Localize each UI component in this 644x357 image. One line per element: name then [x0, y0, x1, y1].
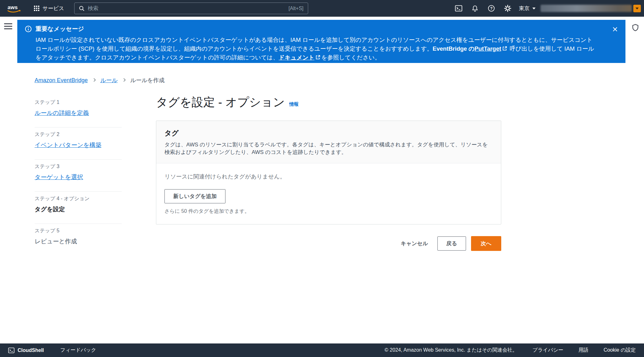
feedback-link[interactable]: フィードバック	[60, 347, 96, 354]
cloudshell-button[interactable]	[450, 0, 467, 17]
step-item-2: ステップ 2 イベントパターンを構築	[35, 128, 122, 160]
search-shortcut-hint: [Alt+S]	[288, 6, 303, 11]
breadcrumb-link-eventbridge[interactable]: Amazon EventBridge	[35, 77, 88, 84]
gear-icon	[504, 5, 511, 12]
account-name-redacted	[541, 5, 632, 12]
notifications-button[interactable]	[467, 0, 483, 17]
svg-text:?: ?	[490, 6, 492, 11]
banner-close-button[interactable]	[611, 25, 619, 33]
search-input[interactable]	[88, 5, 285, 12]
cookie-settings-link[interactable]: Cookie の設定	[603, 347, 636, 354]
global-search[interactable]: [Alt+S]	[74, 3, 308, 14]
next-button[interactable]: 次へ	[471, 236, 501, 251]
account-caret-box	[633, 5, 641, 12]
main-content: タグを設定 - オプション 情報 タグ タグは、AWS のリソースに割り当てるラ…	[156, 94, 501, 251]
add-new-tag-button[interactable]: 新しいタグを追加	[164, 189, 225, 203]
wizard-steps-nav: ステップ 1 ルールの詳細を定義 ステップ 2 イベントパターンを構築 ステップ…	[35, 95, 122, 256]
help-button[interactable]: ?	[483, 0, 499, 17]
documentation-link[interactable]: ドキュメント	[279, 54, 314, 61]
external-link-icon[interactable]	[502, 45, 507, 54]
empty-tags-message: リソースに関連付けられたタグがありません。	[164, 173, 493, 180]
tags-panel-description: タグは、AWS のリソースに割り当てるラベルです。各タグは、キーとオプションの値…	[164, 141, 493, 156]
close-icon	[612, 26, 618, 32]
breadcrumb: Amazon EventBridge ルール ルールを作成	[35, 76, 164, 84]
important-message-banner: 重要なメッセージ IAM ロールが設定されていない既存のクロスアカウントイベント…	[17, 20, 625, 63]
banner-message-bold: EventBridge の	[433, 45, 475, 52]
step-item-4: ステップ 4 - オプション タグを設定	[35, 192, 122, 224]
cloudshell-label: CloudShell	[18, 348, 44, 353]
external-link-icon[interactable]	[315, 54, 320, 62]
cloudshell-footer-button[interactable]: CloudShell	[8, 347, 44, 354]
terms-link[interactable]: 用語	[578, 347, 588, 354]
banner-message-part3: を参照してください。	[321, 54, 380, 61]
terminal-icon	[455, 5, 462, 12]
chevron-right-icon	[92, 78, 96, 82]
topnav-right-controls: ? 東京	[450, 0, 644, 17]
step-label: ステップ 4 - オプション	[35, 196, 122, 202]
info-link[interactable]: 情報	[289, 101, 299, 107]
hamburger-icon	[4, 23, 12, 24]
cancel-button[interactable]: キャンセル	[401, 240, 428, 247]
info-icon	[25, 26, 32, 32]
page-title: タグを設定 - オプション	[156, 94, 285, 110]
step-item-3: ステップ 3 ターゲットを選択	[35, 160, 122, 192]
tags-panel: タグ タグは、AWS のリソースに割り当てるラベルです。各タグは、キーとオプショ…	[156, 121, 501, 224]
question-icon: ?	[488, 5, 495, 12]
tags-panel-header: タグ タグは、AWS のリソースに割り当てるラベルです。各タグは、キーとオプショ…	[156, 121, 501, 163]
back-button[interactable]: 戻る	[437, 236, 466, 251]
breadcrumb-current: ルールを作成	[130, 76, 164, 84]
search-icon	[79, 6, 85, 11]
services-menu-button[interactable]: サービス	[34, 5, 64, 12]
svg-text:aws: aws	[8, 4, 18, 10]
breadcrumb-link-rules[interactable]: ルール	[100, 76, 118, 84]
step-current-configure-tags: タグを設定	[35, 205, 122, 213]
step-label: ステップ 5	[35, 228, 122, 234]
console-footer: CloudShell フィードバック © 2024, Amazon Web Se…	[0, 343, 644, 357]
step-item-1: ステップ 1 ルールの詳細を定義	[35, 95, 122, 128]
chevron-down-icon	[636, 8, 639, 9]
account-menu[interactable]	[541, 5, 641, 12]
step-item-5: ステップ 5 レビューと作成	[35, 224, 122, 256]
chevron-right-icon	[122, 78, 125, 82]
banner-message: IAM ロールが設定されていない既存のクロスアカウントイベントバスターゲットがあ…	[36, 36, 618, 62]
services-label: サービス	[42, 5, 64, 12]
step-link-define-rule[interactable]: ルールの詳細を定義	[35, 110, 89, 116]
terminal-icon	[8, 347, 14, 354]
region-label: 東京	[519, 5, 530, 12]
side-menu-button[interactable]	[4, 23, 12, 29]
step-link-build-pattern[interactable]: イベントパターンを構築	[35, 142, 102, 148]
step-label: ステップ 1	[35, 99, 122, 106]
chevron-down-icon	[532, 8, 536, 9]
privacy-link[interactable]: プライバシー	[533, 347, 564, 354]
top-navigation-bar: aws サービス [Alt+S]	[0, 0, 644, 17]
step-label: ステップ 3	[35, 163, 122, 170]
settings-button[interactable]	[499, 0, 516, 17]
wizard-actions: キャンセル 戻る 次へ	[156, 236, 501, 251]
shield-icon	[631, 24, 639, 31]
step-link-select-targets[interactable]: ターゲットを選択	[35, 174, 83, 180]
region-selector[interactable]: 東京	[519, 5, 536, 12]
banner-title: 重要なメッセージ	[36, 25, 84, 33]
step-upcoming-review: レビューと作成	[35, 237, 122, 246]
grid-icon	[34, 6, 39, 11]
tags-panel-body: リソースに関連付けられたタグがありません。 新しいタグを追加 さらに 50 件の…	[156, 163, 501, 224]
aws-logo[interactable]: aws	[6, 3, 22, 14]
bell-icon	[472, 5, 478, 12]
tags-panel-heading: タグ	[164, 128, 493, 138]
step-label: ステップ 2	[35, 131, 122, 138]
aws-logo-icon: aws	[6, 3, 22, 14]
tags-remaining-hint: さらに 50 件のタグを追加できます。	[164, 208, 493, 215]
puttarget-link[interactable]: PutTarget	[475, 45, 501, 52]
copyright-text: © 2024, Amazon Web Services, Inc. またはその関…	[385, 347, 517, 354]
security-panel-button[interactable]	[631, 24, 639, 33]
